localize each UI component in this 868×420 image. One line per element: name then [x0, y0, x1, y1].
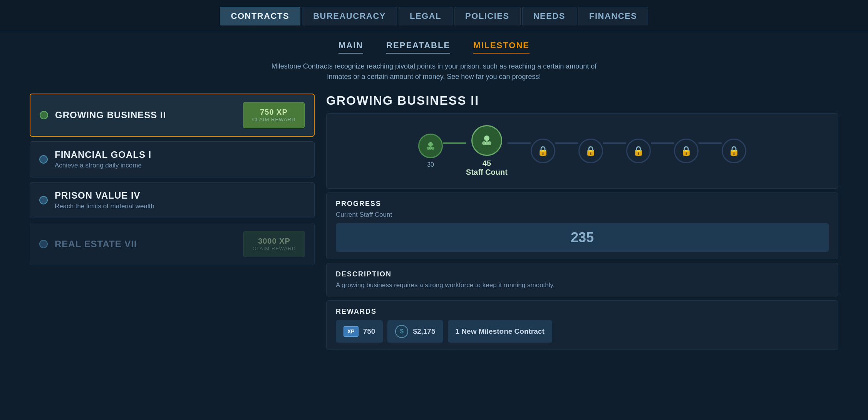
contract-dot [39, 240, 48, 248]
contract-item-financial-goals[interactable]: FINANCIAL GOALS I Achieve a strong daily… [30, 141, 315, 177]
progress-section: PROGRESS Current Staff Count 235 [326, 192, 838, 259]
contracts-list: GROWING BUSINESS II 750 XP CLAIM REWARD … [30, 94, 315, 350]
milestone-track: 30 [326, 113, 838, 189]
node-circle-active [471, 125, 502, 156]
claim-label: CLAIM REWARD [251, 246, 297, 251]
description-label: DESCRIPTION [336, 270, 829, 278]
node-circle-locked: 🔒 [674, 139, 699, 163]
detail-title: GROWING BUSINESS II [326, 94, 838, 108]
nav-tab-finances[interactable]: FINANCES [578, 7, 648, 25]
track-line-3 [555, 142, 578, 144]
contract-info: FINANCIAL GOALS I Achieve a strong daily… [55, 149, 305, 169]
description-section: DESCRIPTION A growing business requires … [326, 263, 838, 296]
svg-point-0 [428, 142, 433, 147]
svg-point-3 [429, 147, 432, 150]
track-node-locked-2: 🔒 [578, 139, 603, 163]
contract-info: REAL ESTATE VII [55, 239, 243, 249]
top-navigation: CONTRACTS BUREAUCRACY LEGAL POLICIES NEE… [0, 0, 868, 31]
rewards-row: XP 750 $ $2,175 1 New Milestone Contract [336, 320, 829, 343]
description-text: A growing business requires a strong wor… [336, 281, 829, 289]
subtitle-text: Milestone Contracts recognize reaching p… [261, 61, 607, 82]
track-line-1 [443, 142, 466, 144]
track-line-2 [508, 142, 531, 144]
tab-milestone[interactable]: MILESTONE [473, 40, 530, 54]
tab-main[interactable]: MAIN [338, 40, 363, 54]
track-node-locked-5: 🔒 [722, 139, 746, 163]
progress-sub: Current Staff Count [336, 211, 829, 219]
node-label-30: 30 [427, 161, 434, 168]
xp-badge: XP [344, 326, 359, 337]
nav-tab-needs[interactable]: NEEDS [522, 7, 576, 25]
contract-name: GROWING BUSINESS II [55, 110, 243, 120]
track-node-locked-4: 🔒 [674, 139, 699, 163]
contract-name: FINANCIAL GOALS I [55, 149, 305, 160]
contract-name: PRISON VALUE IV [55, 190, 305, 201]
node-sublabel: Staff Count [466, 168, 508, 176]
node-circle-completed [418, 134, 443, 158]
contract-sub: Achieve a strong daily income [55, 162, 305, 169]
contract-sub: Reach the limits of material wealth [55, 202, 305, 210]
nav-tab-bureaucracy[interactable]: BUREAUCRACY [302, 7, 397, 25]
contract-name: REAL ESTATE VII [55, 239, 243, 249]
contract-item-real-estate[interactable]: REAL ESTATE VII 3000 XP CLAIM REWARD [30, 223, 315, 265]
node-circle-locked: 🔒 [722, 139, 746, 163]
rewards-section: REWARDS XP 750 $ $2,175 1 New Milestone … [326, 300, 838, 350]
reward-milestone-text: 1 New Milestone Contract [456, 327, 545, 336]
track-nodes: 30 [418, 125, 746, 177]
progress-label: PROGRESS [336, 200, 829, 208]
reward-milestone: 1 New Milestone Contract [448, 320, 552, 343]
reward-money: $ $2,175 [387, 320, 443, 343]
rewards-label: REWARDS [336, 308, 829, 316]
contract-dot [39, 155, 48, 164]
track-line-6 [699, 142, 722, 144]
node-circle-locked: 🔒 [626, 139, 651, 163]
reward-xp: XP 750 [336, 320, 383, 343]
locked-claim-button: 3000 XP CLAIM REWARD [243, 231, 305, 257]
track-node-45: 45 Staff Count [466, 125, 508, 177]
contract-dot [39, 196, 48, 204]
nav-tab-legal[interactable]: LEGAL [399, 7, 452, 25]
contract-info: PRISON VALUE IV Reach the limits of mate… [55, 190, 305, 210]
reward-money-value: $2,175 [413, 327, 435, 336]
sub-tabs: MAIN REPEATABLE MILESTONE [338, 40, 530, 54]
node-circle-locked: 🔒 [531, 139, 555, 163]
claim-label: CLAIM REWARD [251, 117, 297, 122]
claim-xp-value: 3000 XP [251, 237, 297, 246]
svg-point-4 [484, 136, 489, 141]
node-label-45: 45 Staff Count [466, 159, 508, 177]
track-node-locked-3: 🔒 [626, 139, 651, 163]
contract-item-growing-business-ii[interactable]: GROWING BUSINESS II 750 XP CLAIM REWARD [30, 94, 315, 137]
tab-repeatable[interactable]: REPEATABLE [386, 40, 450, 54]
track-line-4 [603, 142, 626, 144]
two-column-layout: GROWING BUSINESS II 750 XP CLAIM REWARD … [30, 94, 838, 350]
money-icon: $ [395, 325, 408, 338]
node-circle-locked: 🔒 [578, 139, 603, 163]
detail-panel: GROWING BUSINESS II [326, 94, 838, 350]
main-content: MAIN REPEATABLE MILESTONE Milestone Cont… [0, 31, 868, 350]
track-node-30: 30 [418, 134, 443, 168]
contract-item-prison-value[interactable]: PRISON VALUE IV Reach the limits of mate… [30, 182, 315, 218]
contract-info: GROWING BUSINESS II [55, 110, 243, 120]
claim-reward-button[interactable]: 750 XP CLAIM REWARD [243, 102, 305, 128]
track-line-5 [651, 142, 674, 144]
contract-dot [40, 111, 48, 119]
svg-point-7 [485, 141, 489, 145]
nav-tab-policies[interactable]: POLICIES [454, 7, 521, 25]
progress-value: 235 [571, 229, 594, 245]
progress-value-box: 235 [336, 223, 829, 252]
nav-tab-contracts[interactable]: CONTRACTS [220, 7, 301, 25]
claim-xp-value: 750 XP [251, 108, 297, 117]
reward-xp-value: 750 [363, 327, 375, 336]
track-node-locked-1: 🔒 [531, 139, 555, 163]
